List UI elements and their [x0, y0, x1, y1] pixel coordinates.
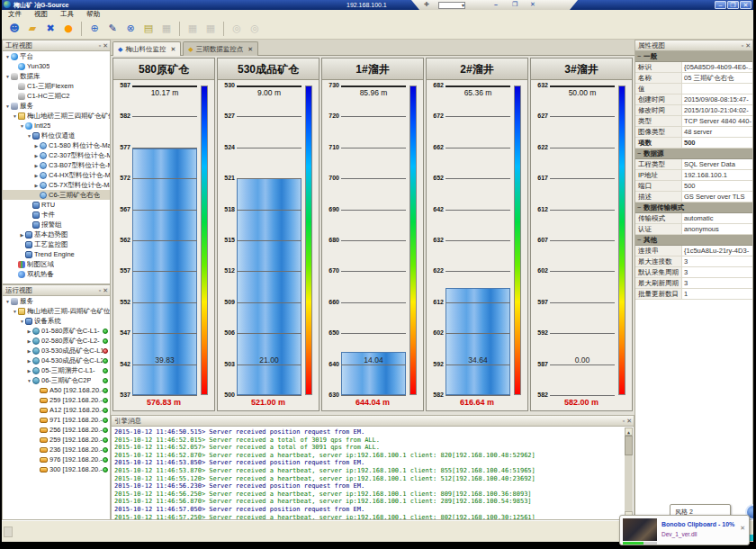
property-row[interactable]: 最大连接数3: [635, 256, 752, 267]
expand-arrow-icon[interactable]: ▶: [26, 358, 32, 364]
panel-float-close-icons[interactable]: ▫ ✕: [99, 285, 108, 296]
tree-item[interactable]: ▶C3-B07型料位计仓-Mar-: [3, 160, 110, 170]
tree-item[interactable]: RTU: [3, 200, 110, 210]
property-row[interactable]: 值: [635, 84, 752, 94]
tree-item[interactable]: ▶05-三期溜井C-L1-: [3, 365, 110, 375]
tree-item[interactable]: Yun305: [3, 61, 110, 71]
menu-item-视图[interactable]: 视图: [28, 10, 54, 18]
property-row[interactable]: 修改时间2015/10/10-21:04:02-: [635, 105, 752, 116]
panel-float-close-icons[interactable]: ▫ ✕: [99, 40, 108, 51]
property-row[interactable]: 传输模式automatic: [635, 213, 752, 224]
tree-item[interactable]: ▼梅山地磅三期-四期矿仓矿位-: [3, 306, 110, 316]
edit-icon[interactable]: ✎: [104, 21, 121, 37]
open-folder-icon[interactable]: ▰: [24, 21, 40, 37]
rdp-connection-bar[interactable]: ✚ ▾ – ❐ ✕: [411, 0, 578, 10]
close-button[interactable]: ✕: [740, 1, 752, 9]
tree-item[interactable]: ▶02-580原矿仓C-L2-: [3, 336, 110, 346]
expand-arrow-icon[interactable]: ▶: [26, 328, 32, 334]
property-section-header[interactable]: 数据传输模式: [635, 202, 752, 213]
tab-梅山料位监控[interactable]: ◆梅山料位监控✕: [112, 41, 181, 56]
toast-close-icon[interactable]: ✕: [740, 525, 745, 532]
tree-item[interactable]: 256 [192.168.20.-: [3, 425, 110, 435]
tree-item[interactable]: ▼料位仪通道: [3, 130, 110, 140]
tab-close-icon[interactable]: ✕: [170, 42, 176, 56]
pin-icon[interactable]: ✚: [424, 1, 429, 8]
property-row[interactable]: 工程类型SQL Server Data: [635, 159, 752, 170]
property-row[interactable]: IP地址192.168.100.1: [635, 170, 752, 181]
alarm-icon[interactable]: ●: [60, 21, 76, 37]
expand-arrow-icon[interactable]: ▶: [26, 338, 32, 344]
collapse-arrow-icon[interactable]: ▼: [26, 133, 32, 139]
rdp-minimize-button[interactable]: –: [494, 1, 498, 7]
menu-item-工具[interactable]: 工具: [54, 10, 80, 18]
log-messages[interactable]: 2015-10-12 11:46:50.515> Server received…: [111, 427, 634, 520]
property-row[interactable]: 图像类型48 server: [635, 127, 752, 138]
tree-item[interactable]: ▼06-三期矿仓C2P: [3, 375, 110, 385]
tab-close-icon[interactable]: ✕: [248, 42, 253, 56]
panel-float-close-icons[interactable]: ▫ ✕: [623, 416, 632, 427]
tree-item[interactable]: 卡件: [3, 210, 110, 220]
tree-item[interactable]: 259 [192.168.20.-: [3, 395, 110, 405]
tree-item[interactable]: 报警组: [3, 220, 110, 230]
expand-arrow-icon[interactable]: ▶: [26, 368, 32, 374]
tree-item[interactable]: ▶C1-580 料位计仓-Mar-: [3, 140, 110, 150]
collapse-arrow-icon[interactable]: ▼: [4, 299, 11, 304]
rdp-restore-button[interactable]: ❐: [512, 1, 518, 8]
tree-item[interactable]: ▶基本趋势图: [3, 230, 110, 239]
property-row[interactable]: 标识{05A85D9-4b09-4E6-...: [635, 62, 752, 73]
tree-item[interactable]: 工艺监控图: [3, 239, 110, 249]
expand-arrow-icon[interactable]: ▶: [19, 232, 25, 238]
tree-item[interactable]: 236 [192.168.20.-: [3, 445, 110, 454]
collapse-arrow-icon[interactable]: ▼: [12, 113, 18, 119]
tree-item[interactable]: 制图区域: [3, 259, 110, 269]
tree-item[interactable]: ▼平台: [3, 51, 110, 61]
scrollbar-thumb[interactable]: [625, 436, 633, 455]
collapse-arrow-icon[interactable]: ▼: [19, 319, 25, 324]
property-row[interactable]: 端口500: [635, 181, 752, 192]
expand-arrow-icon[interactable]: ▶: [33, 183, 40, 188]
tree-item[interactable]: ▶C5-7X型料位计仓-Mar-: [3, 180, 110, 190]
property-row[interactable]: 项数500: [635, 138, 752, 148]
expand-arrow-icon[interactable]: ▶: [33, 153, 40, 158]
tree-item[interactable]: ▶03-530成品矿仓C-L1-: [3, 346, 110, 356]
tree-item[interactable]: 300 [192.168.20.-: [3, 464, 110, 474]
collapse-arrow-icon[interactable]: ▼: [26, 378, 32, 383]
add-icon[interactable]: ⊕: [86, 21, 103, 37]
tree-item[interactable]: C6-三期矿仓右仓: [3, 190, 110, 200]
connect-user-icon[interactable]: ☻: [6, 21, 22, 37]
menu-item-文件[interactable]: 文件: [2, 10, 28, 18]
property-row[interactable]: 描述GS Server over TLS: [635, 192, 752, 202]
menu-item-帮助[interactable]: 帮助: [80, 10, 106, 18]
panel-float-close-icons[interactable]: ▫ ✕: [742, 40, 751, 51]
property-section-header[interactable]: 一般: [635, 51, 752, 62]
tree-item[interactable]: ▼服务: [3, 101, 110, 111]
tree-item[interactable]: ▶C2-307型料位计仓-Mar-: [3, 150, 110, 160]
collapse-arrow-icon[interactable]: ▼: [4, 74, 11, 79]
tree-item[interactable]: A12 [192.168.20.-: [3, 405, 110, 415]
collapse-arrow-icon[interactable]: ▼: [4, 54, 11, 59]
property-row[interactable]: 默认采集周期3: [635, 267, 752, 278]
tree-item[interactable]: ▶C4-HX型料位计仓-Mar-: [3, 170, 110, 180]
property-row[interactable]: 批量更新数目1: [635, 289, 752, 300]
property-row[interactable]: 创建时间2015/09/08-08:15:47-: [635, 94, 752, 105]
scroll-up-icon[interactable]: ▲: [625, 428, 633, 436]
expand-arrow-icon[interactable]: ▶: [33, 143, 40, 148]
tree-item[interactable]: 976 [192.168.20.-: [3, 454, 110, 464]
collapse-arrow-icon[interactable]: ▼: [12, 309, 18, 314]
tree-item[interactable]: ▼Intl25: [3, 121, 110, 130]
clipboard-toast[interactable]: Bonobo Clipboard - 10% Dev_1_ver.dll ✕: [619, 515, 750, 545]
property-section-header[interactable]: 其他: [635, 235, 752, 246]
collapse-arrow-icon[interactable]: ▼: [4, 104, 11, 109]
tree-item[interactable]: C1-三期Flexem: [3, 81, 110, 91]
tree-item[interactable]: C1-HC三期C2: [3, 91, 110, 101]
tree-item[interactable]: 259 [192.168.20.-: [3, 435, 110, 445]
expand-arrow-icon[interactable]: ▶: [33, 163, 40, 168]
delete-icon[interactable]: ✖: [42, 21, 58, 37]
property-row[interactable]: 名称05 三期矿仓右仓: [635, 73, 752, 84]
minimize-button[interactable]: –: [715, 1, 726, 9]
rdp-dropdown[interactable]: ▾: [438, 2, 465, 9]
tree-item[interactable]: Trend Engine: [3, 249, 110, 259]
expand-arrow-icon[interactable]: ▶: [33, 173, 40, 178]
restore-button[interactable]: ❐: [727, 1, 739, 9]
property-row[interactable]: 认证anonymous: [635, 224, 752, 235]
